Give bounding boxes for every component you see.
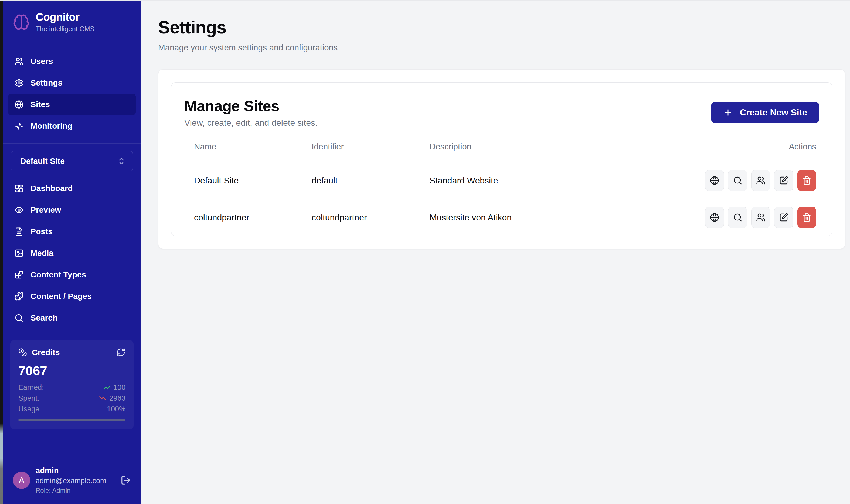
sidebar-item-users[interactable]: Users [8, 51, 136, 72]
app-tagline: The intelligent CMS [36, 25, 94, 33]
credits-earned-value: 100 [113, 382, 125, 393]
sidebar-item-sites[interactable]: Sites [8, 94, 136, 115]
refresh-icon[interactable] [116, 348, 125, 357]
page-subtitle: Manage your system settings and configur… [158, 43, 850, 53]
column-header-actions: Actions [705, 139, 832, 162]
visit-site-button[interactable] [705, 170, 724, 191]
visit-site-button[interactable] [705, 207, 724, 228]
sidebar-item-label: Media [31, 249, 53, 258]
site-selector-dropdown[interactable]: Default Site [11, 151, 133, 171]
chevrons-up-down-icon [117, 157, 126, 165]
inspect-site-button[interactable] [728, 207, 747, 228]
user-email: admin@example.com [36, 477, 115, 485]
credits-usage-label: Usage [18, 403, 39, 414]
users-icon [15, 57, 23, 66]
table-header-row: Name Identifier Description Actions [171, 139, 832, 162]
usage-progress-bar [18, 419, 125, 421]
log-out-icon[interactable] [121, 475, 131, 485]
puzzle-icon [15, 292, 23, 301]
sidebar-nav-system: Users Settings Sites Monitoring [3, 43, 141, 143]
screen-edge-artifact [0, 0, 3, 504]
manage-sites-header: Manage Sites View, create, edit, and del… [171, 83, 832, 139]
edit-icon [779, 176, 788, 185]
activity-icon [15, 122, 23, 131]
user-role: Role: Admin [36, 487, 115, 494]
search-icon [733, 213, 742, 222]
sidebar-item-content-types[interactable]: Content Types [8, 264, 136, 286]
delete-site-button[interactable] [797, 207, 816, 228]
avatar-initial: A [19, 475, 24, 485]
trending-down-icon [99, 394, 107, 402]
trash-icon [802, 176, 811, 185]
sidebar-item-label: Search [31, 313, 57, 322]
sidebar-divider [3, 143, 141, 144]
sidebar-item-posts[interactable]: Posts [8, 221, 136, 242]
settings-card: Manage Sites View, create, edit, and del… [158, 69, 845, 249]
sidebar-item-label: Monitoring [31, 121, 72, 131]
blocks-icon [15, 270, 23, 279]
site-description-cell: Mustersite von Atikon [430, 199, 705, 236]
sidebar-item-label: Sites [31, 100, 50, 109]
dashboard-icon [15, 184, 23, 193]
trending-up-icon [103, 384, 111, 391]
column-header-identifier: Identifier [312, 139, 430, 162]
sidebar-item-media[interactable]: Media [8, 242, 136, 264]
search-icon [15, 313, 23, 322]
globe-icon [710, 213, 719, 222]
sidebar: Cognitor The intelligent CMS Users Setti… [3, 1, 141, 504]
sidebar-item-dashboard[interactable]: Dashboard [8, 178, 136, 199]
sidebar-item-label: Settings [31, 78, 62, 87]
search-icon [733, 176, 742, 185]
credits-balance: 7067 [18, 363, 125, 378]
main-content: Settings Manage your system settings and… [141, 1, 850, 504]
sidebar-item-monitoring[interactable]: Monitoring [8, 115, 136, 137]
site-name-cell: coltundpartner [171, 199, 312, 236]
user-footer: A admin admin@example.com Role: Admin [3, 458, 141, 504]
credits-usage-value: 100% [107, 403, 125, 414]
image-icon [15, 249, 23, 258]
sidebar-item-label: Dashboard [31, 184, 73, 193]
sidebar-item-content-pages[interactable]: Content / Pages [8, 286, 136, 307]
manage-sites-title: Manage Sites [184, 97, 318, 115]
sidebar-item-label: Content / Pages [31, 292, 92, 301]
sidebar-nav-site: Dashboard Preview Posts Media Content Ty… [3, 171, 141, 335]
users-icon [756, 176, 765, 185]
credits-spent-label: Spent: [18, 393, 39, 403]
create-new-site-label: Create New Site [740, 107, 807, 118]
avatar: A [13, 472, 30, 489]
app-name: Cognitor [36, 11, 94, 23]
site-users-button[interactable] [751, 207, 770, 228]
page-title: Settings [158, 17, 850, 37]
row-actions [705, 170, 832, 191]
usage-progress-fill [18, 419, 125, 421]
edit-icon [779, 213, 788, 222]
sidebar-item-label: Preview [31, 205, 61, 215]
sidebar-item-preview[interactable]: Preview [8, 199, 136, 221]
site-name-cell: Default Site [171, 162, 312, 199]
sidebar-item-settings[interactable]: Settings [8, 72, 136, 94]
delete-site-button[interactable] [797, 170, 816, 191]
site-users-button[interactable] [751, 170, 770, 191]
credits-spent-value: 2963 [109, 393, 125, 403]
users-icon [756, 213, 765, 222]
eye-icon [15, 205, 23, 215]
edit-site-button[interactable] [774, 207, 793, 228]
table-row: coltundpartner coltundpartner Mustersite… [171, 199, 832, 236]
column-header-name: Name [171, 139, 312, 162]
sites-table: Name Identifier Description Actions Defa… [171, 139, 832, 236]
sidebar-item-label: Posts [31, 227, 53, 236]
credits-earned-label: Earned: [18, 382, 44, 393]
manage-sites-subtitle: View, create, edit, and delete sites. [184, 118, 318, 128]
table-row: Default Site default Standard Website [171, 162, 832, 199]
user-name: admin [36, 466, 115, 475]
inspect-site-button[interactable] [728, 170, 747, 191]
row-actions [705, 207, 832, 228]
sidebar-item-search[interactable]: Search [8, 307, 136, 329]
edit-site-button[interactable] [774, 170, 793, 191]
window-top-edge [0, 0, 850, 1]
site-selector-value: Default Site [20, 157, 65, 166]
create-new-site-button[interactable]: Create New Site [711, 102, 819, 123]
brain-logo-icon [13, 14, 30, 31]
site-identifier-cell: coltundpartner [312, 199, 430, 236]
site-description-cell: Standard Website [430, 162, 705, 199]
